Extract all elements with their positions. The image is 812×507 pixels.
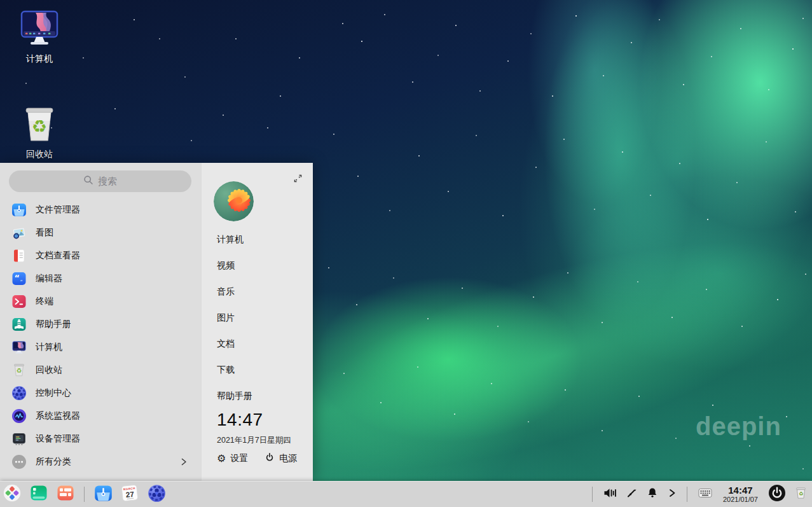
desktop-icon-computer[interactable]: 计算机 bbox=[6, 10, 72, 65]
launcher-app-terminal[interactable]: 终端 bbox=[0, 290, 201, 313]
terminal-icon bbox=[11, 294, 27, 309]
desktop-icon-trash[interactable]: ♻ 回收站 bbox=[6, 107, 72, 160]
svg-text:”: ” bbox=[20, 280, 23, 286]
tray-separator bbox=[592, 487, 593, 502]
launcher-app-system-monitor[interactable]: 系统监视器 bbox=[0, 405, 201, 427]
settings-label: 设置 bbox=[230, 453, 248, 464]
expand-icon bbox=[292, 172, 304, 187]
control-center-icon bbox=[11, 385, 27, 401]
launcher-icon bbox=[3, 484, 21, 504]
file-manager-icon bbox=[94, 484, 113, 505]
volume-button[interactable] bbox=[603, 486, 617, 503]
app-label: 文件管理器 bbox=[36, 204, 80, 216]
app-store-icon bbox=[57, 484, 74, 504]
shortcut-videos[interactable]: 视频 bbox=[217, 253, 306, 279]
app-label: 文档查看器 bbox=[36, 250, 80, 261]
launcher-all-categories[interactable]: 所有分类 bbox=[0, 450, 201, 473]
text-editor-icon: “” bbox=[11, 271, 27, 286]
app-label: 控制中心 bbox=[36, 387, 71, 399]
shortcut-documents[interactable]: 文档 bbox=[217, 331, 306, 357]
pen-icon bbox=[626, 487, 637, 501]
tray-clock[interactable]: 14:47 2021/01/07 bbox=[723, 485, 758, 504]
pen-input-button[interactable] bbox=[626, 487, 637, 501]
app-label: 系统监视器 bbox=[36, 410, 80, 422]
launcher-app-image-viewer[interactable]: 看图 bbox=[0, 221, 201, 244]
stars bbox=[0, 0, 1, 1]
shortcut-help-manual[interactable]: 帮助手册 bbox=[217, 383, 306, 409]
power-label: 电源 bbox=[279, 453, 297, 464]
shortcut-music[interactable]: 音乐 bbox=[217, 279, 306, 305]
launcher-app-help-manual[interactable]: 帮助手册 bbox=[0, 313, 201, 336]
svg-text:27: 27 bbox=[125, 490, 135, 499]
bell-icon bbox=[646, 487, 659, 502]
app-list: 文件管理器 看图 文档查看器 “” bbox=[0, 198, 201, 473]
app-label: 设备管理器 bbox=[36, 433, 80, 445]
launcher-app-device-manager[interactable]: 设备管理器 bbox=[0, 427, 201, 450]
app-store-button[interactable] bbox=[56, 485, 75, 504]
all-categories-icon bbox=[11, 454, 27, 469]
launcher-app-file-manager[interactable]: 文件管理器 bbox=[0, 198, 201, 221]
svg-text:♻: ♻ bbox=[32, 116, 47, 136]
search-input[interactable]: 搜索 bbox=[9, 170, 191, 192]
tray-time: 14:47 bbox=[728, 485, 752, 496]
deepin-watermark: deepin bbox=[696, 412, 781, 441]
launcher-app-trash[interactable]: ♻ 回收站 bbox=[0, 359, 201, 382]
chevron-right-icon bbox=[668, 488, 677, 501]
file-manager-icon bbox=[11, 202, 27, 218]
chevron-right-icon bbox=[179, 457, 188, 466]
launcher-app-control-center[interactable]: 控制中心 bbox=[0, 382, 201, 405]
tray-expand-button[interactable] bbox=[668, 488, 677, 501]
places-list: 计算机 视频 音乐 图片 文档 下载 帮助手册 bbox=[217, 226, 306, 409]
launcher-app-editor[interactable]: “” 编辑器 bbox=[0, 267, 201, 290]
recycle-bin-icon: ♻ bbox=[22, 107, 57, 145]
power-button[interactable]: 电源 bbox=[265, 452, 297, 464]
svg-text:“: “ bbox=[15, 273, 20, 282]
shortcut-pictures[interactable]: 图片 bbox=[217, 305, 306, 331]
recycle-bin-icon: ♻ bbox=[11, 363, 27, 378]
launcher-app-column: 搜索 文件管理器 看图 bbox=[0, 163, 201, 482]
app-label: 回收站 bbox=[36, 365, 62, 376]
launcher-app-document-viewer[interactable]: 文档查看器 bbox=[0, 244, 201, 267]
user-avatar[interactable] bbox=[214, 181, 254, 221]
expand-launcher-button[interactable] bbox=[291, 172, 305, 186]
keyboard-icon bbox=[698, 485, 713, 503]
search-icon bbox=[83, 175, 93, 188]
app-label: 计算机 bbox=[36, 342, 62, 353]
desktop: deepin 计算机 bbox=[0, 0, 812, 507]
notification-center-button[interactable] bbox=[646, 487, 659, 502]
power-icon bbox=[768, 484, 786, 504]
control-center-icon bbox=[148, 484, 166, 505]
shortcut-downloads[interactable]: 下载 bbox=[217, 357, 306, 383]
calendar-button[interactable]: MARCH27 bbox=[120, 485, 139, 504]
multitasking-view-button[interactable] bbox=[29, 485, 48, 504]
launcher-button[interactable] bbox=[3, 485, 22, 504]
launcher-app-computer[interactable]: 计算机 bbox=[0, 336, 201, 359]
app-label: 看图 bbox=[36, 227, 53, 239]
svg-text:♻: ♻ bbox=[799, 491, 803, 497]
calendar-icon: MARCH27 bbox=[120, 483, 139, 505]
computer-icon bbox=[20, 10, 59, 50]
tray-separator bbox=[687, 487, 687, 502]
file-manager-button[interactable] bbox=[93, 485, 113, 504]
keyboard-layout-button[interactable] bbox=[698, 485, 713, 503]
app-label: 编辑器 bbox=[36, 273, 62, 284]
shutdown-button[interactable] bbox=[768, 484, 786, 504]
recycle-bin-icon: ♻ bbox=[795, 487, 807, 502]
shortcut-computer[interactable]: 计算机 bbox=[217, 226, 306, 253]
launcher-date: 2021年1月7日星期四 bbox=[217, 435, 291, 446]
trash-button[interactable]: ♻ bbox=[795, 487, 807, 502]
volume-icon bbox=[603, 486, 617, 503]
control-center-button[interactable] bbox=[147, 485, 166, 504]
svg-text:♻: ♻ bbox=[17, 367, 22, 374]
system-monitor-icon bbox=[11, 408, 27, 424]
launcher-panel: 搜索 文件管理器 看图 bbox=[0, 163, 313, 482]
gear-icon: ⚙ bbox=[217, 454, 226, 464]
app-label: 帮助手册 bbox=[36, 319, 71, 330]
taskbar: MARCH27 bbox=[0, 481, 812, 507]
device-manager-icon bbox=[11, 431, 27, 447]
launcher-clock: 14:47 bbox=[217, 410, 263, 430]
settings-button[interactable]: ⚙ 设置 bbox=[217, 453, 248, 464]
search-placeholder: 搜索 bbox=[98, 176, 117, 188]
system-tray: 14:47 2021/01/07 ♻ bbox=[591, 482, 807, 507]
launcher-user-column: 计算机 视频 音乐 图片 文档 下载 帮助手册 14:47 2021年1月7日星… bbox=[201, 163, 313, 482]
